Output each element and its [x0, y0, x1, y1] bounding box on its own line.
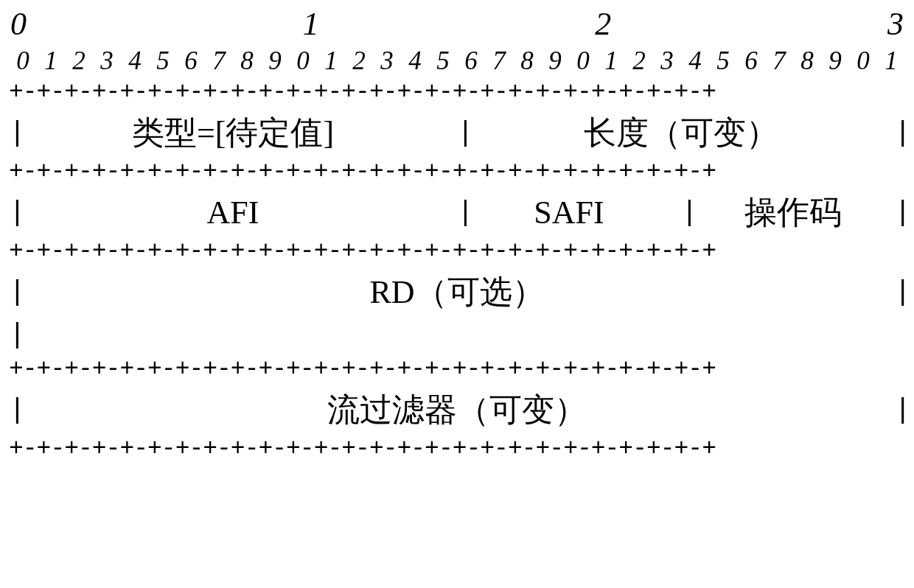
bit-digit: 7 — [765, 47, 793, 75]
bit-digit: 0 — [289, 47, 317, 75]
field-type: | 类型=[待定值] — [9, 109, 457, 156]
bit-digit: 5 — [429, 47, 457, 75]
bit-digit: 6 — [737, 47, 765, 75]
bit-digit: 6 — [457, 47, 485, 75]
field-afi: | AFI — [9, 189, 457, 236]
bit-digit: 5 — [709, 47, 737, 75]
packet-layout-diagram: 0 1 2 3 01234567890123456789012345678901… — [0, 0, 914, 588]
bit-digit: 4 — [401, 47, 429, 75]
field-length-label: 长度（可变） — [584, 111, 778, 155]
field-type-label: 类型=[待定值] — [132, 111, 334, 155]
divider: +-+-+-+-+-+-+-+-+-+-+-+-+-+-+-+-+-+-+-+-… — [9, 80, 905, 106]
bar-icon: | — [894, 394, 911, 426]
bit-digit: 2 — [625, 47, 653, 75]
bit-digit: 8 — [513, 47, 541, 75]
field-safi-label: SAFI — [534, 194, 604, 231]
bit-digit: 2 — [65, 47, 93, 75]
bit-digit: 3 — [93, 47, 121, 75]
field-opcode: | 操作码 | — [681, 189, 905, 236]
bit-digit: 2 — [345, 47, 373, 75]
bit-digit: 0 — [849, 47, 877, 75]
field-rd-label: RD（可选） — [369, 270, 544, 314]
bit-digit: 5 — [149, 47, 177, 75]
bit-digit: 9 — [541, 47, 569, 75]
row-flow-filter: | 流过滤器（可变） | — [9, 386, 905, 433]
bit-digit: 8 — [233, 47, 261, 75]
row-rd: | RD（可选） | — [9, 268, 905, 315]
field-safi: | SAFI — [457, 189, 681, 236]
bit-digit: 0 — [9, 47, 37, 75]
bar-icon: | — [9, 394, 26, 426]
bit-digit: 4 — [121, 47, 149, 75]
row-type-length: | 类型=[待定值] | 长度（可变） | — [9, 109, 905, 156]
row-rd-continuation: | — [9, 315, 905, 354]
byte-marker: 3 — [887, 7, 904, 41]
bar-icon: | — [457, 197, 474, 228]
field-opcode-label: 操作码 — [744, 191, 842, 234]
bit-digit: 9 — [821, 47, 849, 75]
bit-digit: 0 — [569, 47, 597, 75]
field-rd: | RD（可选） | — [9, 268, 905, 315]
bit-digit: 3 — [653, 47, 681, 75]
divider: +-+-+-+-+-+-+-+-+-+-+-+-+-+-+-+-+-+-+-+-… — [9, 159, 905, 186]
bar-icon: | — [894, 117, 911, 149]
divider: +-+-+-+-+-+-+-+-+-+-+-+-+-+-+-+-+-+-+-+-… — [9, 239, 905, 265]
byte-markers-row: 0 1 2 3 — [10, 7, 904, 41]
bit-digit: 3 — [373, 47, 401, 75]
bar-icon: | — [894, 276, 911, 308]
bit-digit: 7 — [205, 47, 233, 75]
field-afi-label: AFI — [207, 194, 259, 231]
byte-marker: 1 — [303, 7, 319, 41]
bar-icon: | — [9, 319, 26, 351]
field-flow-filter: | 流过滤器（可变） | — [9, 386, 905, 433]
bit-digit: 9 — [261, 47, 289, 75]
bit-digit: 6 — [177, 47, 205, 75]
bit-digit: 8 — [793, 47, 821, 75]
bar-icon: | — [9, 117, 26, 149]
bit-digit: 1 — [37, 47, 65, 75]
bit-digit: 1 — [597, 47, 625, 75]
byte-marker: 2 — [595, 7, 611, 41]
bit-ruler: 01234567890123456789012345678901 — [9, 47, 905, 75]
bit-digit: 4 — [681, 47, 709, 75]
field-length: | 长度（可变） | — [457, 109, 905, 156]
bit-digit: 1 — [877, 47, 905, 75]
bar-icon: | — [457, 117, 474, 149]
row-afi-safi-opcode: | AFI | SAFI | 操作码 | — [9, 189, 905, 236]
bar-icon: | — [9, 276, 26, 308]
bit-digit: 1 — [317, 47, 345, 75]
bar-icon: | — [681, 197, 698, 228]
divider: +-+-+-+-+-+-+-+-+-+-+-+-+-+-+-+-+-+-+-+-… — [9, 436, 905, 463]
bar-icon: | — [9, 197, 26, 228]
byte-marker: 0 — [10, 7, 27, 41]
divider: +-+-+-+-+-+-+-+-+-+-+-+-+-+-+-+-+-+-+-+-… — [9, 357, 905, 383]
bar-icon: | — [894, 197, 911, 228]
bit-digit: 7 — [485, 47, 513, 75]
field-flow-filter-label: 流过滤器（可变） — [327, 388, 587, 432]
